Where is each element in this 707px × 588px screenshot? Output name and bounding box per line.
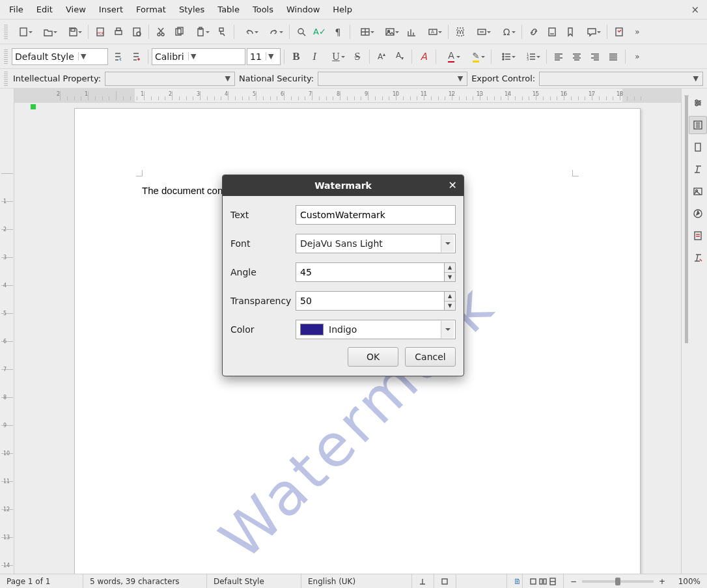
new-button[interactable] (12, 23, 35, 40)
menu-format[interactable]: Format (130, 1, 173, 18)
sidebar-page-icon[interactable] (689, 138, 707, 156)
sidebar-styles-icon[interactable] (689, 160, 707, 178)
status-insert-mode[interactable] (412, 574, 434, 588)
status-signature-icon[interactable]: 🗎 (507, 574, 523, 588)
clear-formatting-button[interactable]: A (415, 48, 432, 65)
track-changes-button[interactable] (611, 23, 628, 40)
font-name-combo[interactable]: Calibri▼ (152, 48, 245, 65)
spin-down-icon[interactable]: ▼ (445, 273, 455, 282)
redo-button[interactable] (262, 23, 286, 40)
print-button[interactable] (110, 23, 127, 40)
more-button[interactable]: » (629, 48, 646, 65)
sidebar-properties-icon[interactable] (689, 116, 707, 134)
sidebar-settings-icon[interactable] (689, 94, 707, 112)
zoom-slider[interactable] (582, 580, 654, 583)
ec-combo[interactable]: ▼ (539, 72, 703, 86)
cancel-button[interactable]: Cancel (405, 347, 456, 367)
insert-comment-button[interactable] (580, 23, 603, 40)
clone-formatting-button[interactable] (214, 23, 230, 40)
align-left-button[interactable] (550, 48, 567, 65)
status-selection-mode[interactable] (434, 574, 456, 588)
insert-image-button[interactable] (378, 23, 402, 40)
watermark-text-input[interactable] (296, 205, 456, 225)
status-page[interactable]: Page 1 of 1 (0, 574, 83, 588)
export-pdf-button[interactable]: PDF (92, 23, 109, 40)
strikethrough-button[interactable]: S (349, 48, 366, 65)
insert-field-button[interactable] (470, 23, 493, 40)
window-close-icon[interactable]: × (686, 4, 704, 16)
menu-tools[interactable]: Tools (246, 1, 280, 18)
ns-combo[interactable]: ▼ (318, 72, 467, 86)
insert-chart-button[interactable] (403, 23, 420, 40)
update-style-button[interactable] (109, 48, 126, 65)
more-button[interactable]: » (629, 23, 646, 40)
undo-button[interactable] (238, 23, 261, 40)
menu-help[interactable]: Help (326, 1, 359, 18)
watermark-font-combo[interactable]: DejaVu Sans Light (296, 234, 456, 253)
formatting-marks-button[interactable]: ¶ (329, 23, 346, 40)
highlight-button[interactable]: ✎ (464, 48, 488, 65)
toolbar-grip[interactable] (4, 25, 8, 39)
insert-footnote-button[interactable] (544, 23, 561, 40)
status-language[interactable]: English (UK) (301, 574, 412, 588)
horizontal-ruler[interactable]: 21123456789101112131415161718 (14, 89, 681, 103)
print-preview-button[interactable] (128, 23, 145, 40)
vertical-scrollbar[interactable] (684, 95, 689, 96)
save-button[interactable] (61, 23, 85, 40)
chevron-down-icon[interactable] (441, 235, 454, 252)
watermark-angle-spinner[interactable]: ▲▼ (296, 262, 456, 282)
watermark-transparency-spinner[interactable]: ▲▼ (296, 291, 456, 311)
menu-window[interactable]: Window (280, 1, 326, 18)
spin-up-icon[interactable]: ▲ (445, 292, 455, 301)
menu-insert[interactable]: Insert (92, 1, 130, 18)
menu-view[interactable]: View (59, 1, 92, 18)
align-center-button[interactable] (568, 48, 585, 65)
zoom-out-icon[interactable]: − (570, 577, 577, 586)
toolbar-grip[interactable] (4, 72, 8, 86)
menu-file[interactable]: File (3, 1, 30, 18)
bold-button[interactable]: B (288, 48, 305, 65)
status-zoom-value[interactable]: 100% (672, 574, 707, 588)
watermark-color-combo[interactable]: Indigo (296, 320, 456, 339)
watermark-transparency-input[interactable] (296, 291, 444, 311)
ok-button[interactable]: OK (348, 347, 398, 367)
paste-button[interactable] (189, 23, 212, 40)
status-zoom[interactable]: − + (564, 574, 672, 588)
new-style-button[interactable] (128, 48, 145, 65)
bullet-list-button[interactable] (495, 48, 518, 65)
italic-button[interactable]: I (306, 48, 323, 65)
zoom-in-icon[interactable]: + (659, 577, 665, 586)
watermark-angle-input[interactable] (296, 262, 444, 282)
sidebar-gallery-icon[interactable] (689, 182, 707, 201)
sidebar-navigator-icon[interactable] (689, 204, 707, 223)
paragraph-style-combo[interactable]: Default Style▼ (12, 48, 108, 65)
copy-button[interactable] (171, 23, 187, 40)
chevron-down-icon[interactable] (441, 321, 454, 338)
spin-up-icon[interactable]: ▲ (445, 263, 455, 273)
insert-symbol-button[interactable]: Ω (495, 23, 518, 40)
sidebar-manage-changes-icon[interactable] (689, 227, 707, 245)
vertical-ruler[interactable]: 123456789101112131415 (0, 89, 14, 574)
font-color-button[interactable]: A (439, 48, 463, 65)
insert-textbox-button[interactable]: A (421, 23, 445, 40)
sidebar-design-icon[interactable] (689, 249, 707, 267)
toolbar-grip[interactable] (4, 49, 8, 64)
find-button[interactable] (293, 23, 310, 40)
cut-button[interactable] (152, 23, 169, 40)
dialog-titlebar[interactable]: Watermark ✕ (223, 175, 464, 196)
ip-combo[interactable]: ▼ (105, 72, 235, 86)
status-wordcount[interactable]: 5 words, 39 characters (83, 574, 207, 588)
number-list-button[interactable]: 123 (520, 48, 543, 65)
insert-table-button[interactable] (353, 23, 377, 40)
underline-button[interactable]: U (324, 48, 348, 65)
font-size-combo[interactable]: 11▼ (247, 48, 281, 65)
subscript-button[interactable]: A▾ (391, 48, 408, 65)
status-view-buttons[interactable] (523, 574, 564, 588)
insert-bookmark-button[interactable] (562, 23, 579, 40)
dialog-close-icon[interactable]: ✕ (449, 179, 457, 191)
menu-table[interactable]: Table (211, 1, 246, 18)
align-right-button[interactable] (587, 48, 603, 65)
spellcheck-button[interactable]: A✓ (311, 23, 328, 40)
align-justify-button[interactable] (605, 48, 622, 65)
superscript-button[interactable]: A▴ (373, 48, 390, 65)
